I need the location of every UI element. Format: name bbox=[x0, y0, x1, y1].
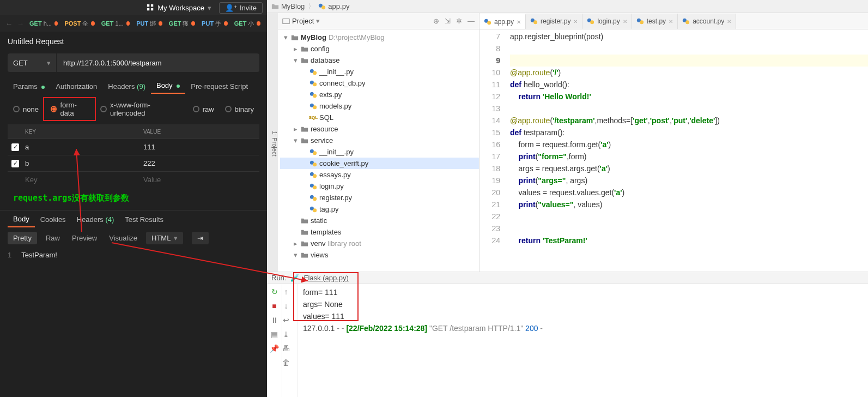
response-tab-body[interactable]: Body bbox=[8, 212, 35, 227]
layout-icon[interactable]: ▤ bbox=[271, 330, 278, 339]
tree-folder-views[interactable]: ▾views bbox=[280, 249, 479, 261]
table-row[interactable]: ✓ a 111 bbox=[8, 139, 259, 155]
editor-tab[interactable]: account.py✕ bbox=[678, 14, 736, 29]
tree-file[interactable]: login.py bbox=[280, 181, 479, 192]
down-icon[interactable]: ↓ bbox=[284, 302, 288, 310]
request-tab[interactable]: GET小 bbox=[231, 18, 264, 29]
rerun-icon[interactable]: ↻ bbox=[271, 287, 278, 296]
project-tree[interactable]: ▾MyBlogD:\project\MyBlog ▸config ▾databa… bbox=[278, 29, 479, 272]
breadcrumb-folder[interactable]: MyBlog bbox=[271, 2, 305, 10]
key-cell[interactable]: b bbox=[23, 159, 141, 167]
tree-folder-static[interactable]: static bbox=[280, 215, 479, 226]
tree-file[interactable]: models.py bbox=[280, 100, 479, 112]
source[interactable]: app.register_blueprint(post) @app.route(… bbox=[506, 29, 868, 272]
value-cell[interactable]: 222 bbox=[141, 159, 259, 167]
body-type-urlencoded[interactable]: x-www-form-urlencoded bbox=[95, 99, 187, 119]
tree-file[interactable]: tag.py bbox=[280, 203, 479, 215]
body-type-raw[interactable]: raw bbox=[187, 104, 220, 115]
key-placeholder[interactable]: Key bbox=[23, 176, 141, 184]
workspace-switcher[interactable]: My Workspace ▾ bbox=[147, 4, 211, 12]
tab-authorization[interactable]: Authorization bbox=[50, 79, 102, 94]
request-tab[interactable]: GETh... bbox=[26, 19, 61, 28]
collapse-icon[interactable]: ⇲ bbox=[445, 17, 451, 25]
close-icon[interactable]: ✕ bbox=[623, 19, 627, 25]
close-icon[interactable]: ✕ bbox=[517, 19, 521, 25]
tab-params[interactable]: Params bbox=[8, 79, 50, 94]
up-icon[interactable]: ↑ bbox=[284, 287, 288, 296]
body-type-form-data[interactable]: form-data bbox=[45, 99, 94, 119]
project-view-switcher[interactable]: Project ▾ bbox=[282, 17, 320, 25]
value-cell[interactable]: 111 bbox=[141, 143, 259, 151]
format-select[interactable]: HTML ▾ bbox=[146, 232, 183, 244]
tree-root[interactable]: ▾MyBlogD:\project\MyBlog bbox=[280, 32, 479, 43]
tab-label: h... bbox=[44, 20, 52, 27]
request-tab[interactable]: PUT手 bbox=[198, 18, 231, 29]
tab-headers[interactable]: Headers (9) bbox=[102, 79, 151, 94]
tree-folder-config[interactable]: ▸config bbox=[280, 43, 479, 55]
pin-icon[interactable]: 📌 bbox=[270, 344, 279, 353]
stop-icon[interactable]: ■ bbox=[272, 302, 276, 310]
hide-icon[interactable]: — bbox=[468, 17, 475, 25]
tree-file[interactable]: __init__.py bbox=[280, 146, 479, 158]
body-type-binary[interactable]: binary bbox=[220, 104, 259, 115]
wrap-icon[interactable]: ↩ bbox=[283, 316, 289, 324]
console-output[interactable]: form= 111 args= None values= 111 127.0.0… bbox=[298, 284, 868, 397]
raw-button[interactable]: Raw bbox=[43, 232, 63, 244]
checkbox-icon[interactable]: ✓ bbox=[11, 143, 19, 151]
tab-prerequest[interactable]: Pre-request Script bbox=[185, 79, 253, 94]
tree-file[interactable]: register.py bbox=[280, 192, 479, 203]
invite-button[interactable]: 👤⁺ Invite bbox=[219, 2, 263, 14]
tree-file[interactable]: connect_db.py bbox=[280, 77, 479, 89]
tool-window-stripe[interactable]: 1: Project bbox=[267, 13, 278, 272]
editor-tab[interactable]: app.py✕ bbox=[479, 14, 526, 29]
breadcrumb-file[interactable]: app.py bbox=[318, 2, 349, 10]
run-config-name[interactable]: Flask (app.py) bbox=[304, 274, 348, 282]
close-icon[interactable]: ✕ bbox=[573, 19, 578, 25]
wrap-lines-icon[interactable]: ⇥ bbox=[192, 232, 209, 244]
pause-icon[interactable]: ⏸ bbox=[271, 316, 278, 324]
value-placeholder[interactable]: Value bbox=[141, 176, 259, 184]
tree-folder-resource[interactable]: ▸resource bbox=[280, 123, 479, 135]
close-icon[interactable]: ✕ bbox=[669, 19, 673, 25]
tree-file[interactable]: __init__.py bbox=[280, 66, 479, 77]
table-row-placeholder[interactable]: Key Value bbox=[8, 171, 259, 188]
tree-file[interactable]: SQLSQL bbox=[280, 112, 479, 123]
back-icon[interactable]: ← bbox=[5, 20, 13, 28]
close-icon[interactable]: ✕ bbox=[727, 19, 731, 25]
tab-body[interactable]: Body bbox=[151, 78, 185, 94]
tree-folder-service[interactable]: ▾service bbox=[280, 135, 479, 146]
tree-folder-database[interactable]: ▾database bbox=[280, 55, 479, 66]
checkbox-icon[interactable]: ✓ bbox=[11, 160, 19, 167]
request-tab[interactable]: PUT绑 bbox=[133, 18, 166, 29]
table-row[interactable]: ✓ b 222 bbox=[8, 155, 259, 171]
pretty-button[interactable]: Pretty bbox=[8, 232, 37, 244]
scroll-icon[interactable]: ⤓ bbox=[283, 330, 289, 339]
forward-icon[interactable]: → bbox=[17, 20, 24, 28]
trash-icon[interactable]: 🗑 bbox=[282, 358, 290, 367]
response-tab-tests[interactable]: Test Results bbox=[119, 212, 169, 227]
request-tab[interactable]: GET獲 bbox=[166, 18, 198, 29]
key-cell[interactable]: a bbox=[23, 143, 141, 151]
tree-folder-templates[interactable]: templates bbox=[280, 226, 479, 238]
tree-file[interactable]: essays.py bbox=[280, 169, 479, 181]
compass-icon[interactable]: ⊕ bbox=[433, 17, 439, 25]
preview-button[interactable]: Preview bbox=[69, 232, 100, 244]
tree-file[interactable]: exts.py bbox=[280, 89, 479, 100]
method-select[interactable]: GET ▾ bbox=[8, 53, 57, 72]
gear-icon[interactable]: ✲ bbox=[456, 17, 462, 25]
body-type-none[interactable]: none bbox=[8, 104, 44, 115]
visualize-button[interactable]: Visualize bbox=[106, 232, 141, 244]
code-editor[interactable]: 789101112131415161718192021222324 app.re… bbox=[479, 29, 868, 272]
request-tab[interactable]: GET1... bbox=[98, 19, 133, 28]
url-input[interactable]: http://127.0.0.1:5000/testparam bbox=[57, 59, 168, 67]
editor-tab[interactable]: login.py✕ bbox=[582, 14, 632, 29]
print-icon[interactable]: 🖶 bbox=[282, 344, 290, 353]
editor-tab[interactable]: register.py✕ bbox=[526, 14, 582, 29]
tree-file-selected[interactable]: cookie_verift.py bbox=[280, 158, 479, 169]
response-tab-cookies[interactable]: Cookies bbox=[35, 212, 71, 227]
tree-folder-venv[interactable]: ▸venvlibrary root bbox=[280, 238, 479, 249]
editor-tab[interactable]: test.py✕ bbox=[632, 14, 678, 29]
request-title[interactable]: Untitled Request bbox=[0, 32, 267, 51]
request-tab[interactable]: POST全 bbox=[61, 18, 98, 29]
response-tab-headers[interactable]: Headers (4) bbox=[71, 212, 120, 227]
